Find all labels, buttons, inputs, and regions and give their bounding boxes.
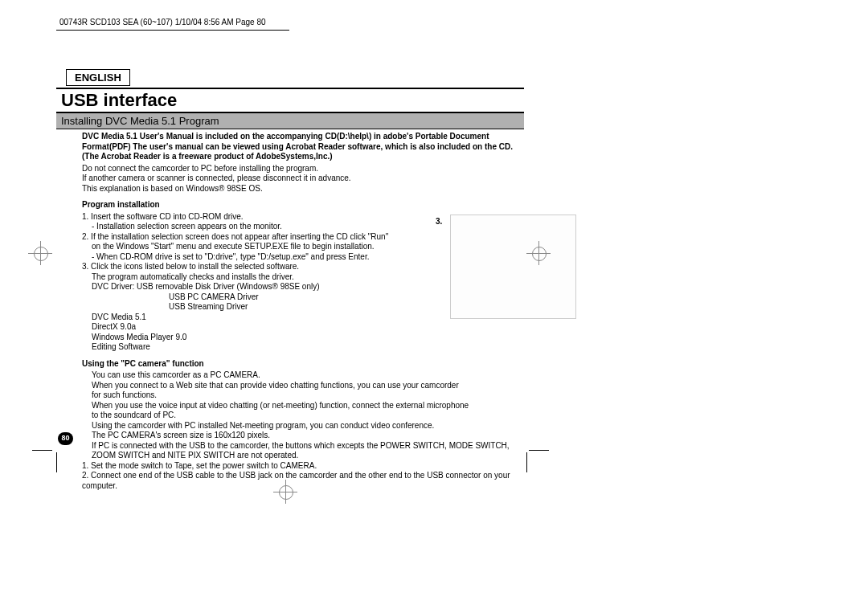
intro-bold-3: (The Acrobat Reader is a freeware produc… <box>82 152 522 162</box>
intro-bold-1: DVC Media 5.1 User's Manual is included … <box>82 132 522 142</box>
registration-mark-bottom <box>273 480 297 504</box>
page-title: USB interface <box>56 88 524 113</box>
page-number-badge: 80 <box>58 432 73 445</box>
page-container: 00743R SCD103 SEA (60~107) 1/10/04 8:56 … <box>56 16 812 491</box>
intro-bold-2: Format(PDF) The user's manual can be vie… <box>82 142 522 153</box>
crop-mark <box>56 452 57 472</box>
pccam-p3: When you use the voice input at video ch… <box>92 401 522 411</box>
pccam-p1: You can use this camcorder as a PC CAMER… <box>92 370 522 381</box>
section-label-pccam: Using the "PC camera" function <box>82 359 522 370</box>
pccam-p6a: ZOOM SWITCH and NITE PIX SWITCH are not … <box>92 451 522 461</box>
section-subtitle: Installing DVC Media 5.1 Program <box>56 113 524 129</box>
crop-mark <box>32 450 52 451</box>
pccam-p5: The PC CAMERA's screen size is 160x120 p… <box>92 431 522 441</box>
registration-mark-right <box>526 241 551 265</box>
crop-mark <box>529 450 549 451</box>
install-step-3f: DirectX 9.0a <box>92 322 522 333</box>
pccam-p3a: to the soundcard of PC. <box>92 411 522 421</box>
registration-mark-left <box>28 241 52 265</box>
crop-mark <box>526 452 527 472</box>
pccam-p2: When you connect to a Web site that can … <box>92 381 522 391</box>
print-header: 00743R SCD103 SEA (60~107) 1/10/04 8:56 … <box>56 16 812 28</box>
intro-plain-1: Do not connect the camcorder to PC befor… <box>82 164 522 174</box>
figure-label: 3. <box>436 217 442 226</box>
pccam-p6: If PC is connected with the USB to the c… <box>92 441 522 452</box>
pccam-p2a: for such functions. <box>92 390 522 401</box>
header-rule <box>56 30 289 31</box>
install-step-3h: Editing Software <box>92 342 522 353</box>
language-box: ENGLISH <box>66 69 130 86</box>
figure-placeholder <box>450 215 576 319</box>
section-label-install: Program installation <box>82 200 522 210</box>
intro-plain-2: If another camera or scanner is connecte… <box>82 174 522 184</box>
intro-plain-3: This explanation is based on Windows® 98… <box>82 184 522 194</box>
pccam-n2: 2. Connect one end of the USB cable to t… <box>82 471 522 491</box>
pccam-n1: 1. Set the mode switch to Tape, set the … <box>82 461 522 472</box>
install-step-3g: Windows Media Player 9.0 <box>92 333 522 343</box>
pccam-p4: Using the camcorder with PC installed Ne… <box>92 421 522 431</box>
